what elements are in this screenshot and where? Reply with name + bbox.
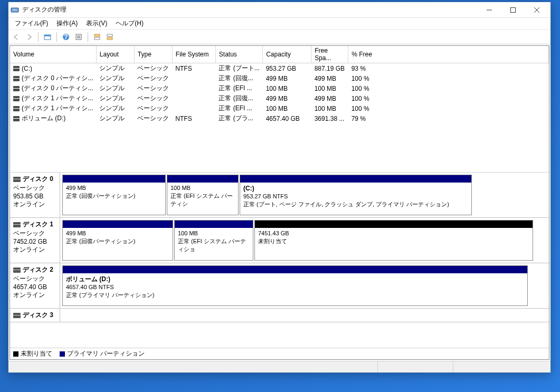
volume-table: Volume Layout Type File System Status Ca… <box>10 46 549 123</box>
settings-button[interactable] <box>73 31 84 43</box>
svg-rect-4 <box>510 7 515 12</box>
volume-icon <box>13 86 20 91</box>
col-capacity[interactable]: Capacity <box>263 46 311 63</box>
partitions: ボリューム (D:)4657.40 GB NTFS正常 (プライマリ パーティシ… <box>60 263 549 308</box>
volume-icon <box>13 116 20 121</box>
legend-primary: プライマリ パーティション <box>60 349 145 358</box>
svg-rect-1 <box>12 9 17 9</box>
svg-rect-0 <box>11 8 18 12</box>
volume-icon <box>13 96 20 101</box>
partition-body: 499 MB正常 (回復パーティション) <box>63 183 165 215</box>
disk-icon <box>13 222 21 227</box>
titlebar[interactable]: ディスクの管理 <box>8 2 550 18</box>
svg-rect-18 <box>107 37 112 40</box>
col-pctfree[interactable]: % Free <box>348 46 549 63</box>
partitions: 499 MB正常 (回復パーティション)100 MB正常 (EFI システム パ… <box>60 173 549 217</box>
volume-row[interactable]: (ディスク 1 パーティシ...シンプルベーシック正常 (EFI ...100 … <box>10 103 549 113</box>
legend: 未割り当て プライマリ パーティション <box>10 348 549 359</box>
primary-swatch <box>60 351 65 357</box>
volume-icon <box>13 76 20 81</box>
app-icon <box>11 6 19 14</box>
volume-list[interactable]: Volume Layout Type File System Status Ca… <box>10 46 549 173</box>
primary-bar <box>63 266 527 273</box>
partition[interactable]: 100 MB正常 (EFI システム パーティシ <box>167 175 239 215</box>
statusbar <box>8 361 550 372</box>
partitions: 499 MB正常 (回復パーティション)100 MB正常 (EFI システム パ… <box>60 218 549 263</box>
partition-body: (C:)953.27 GB NTFS正常 (ブート, ページ ファイル, クラッ… <box>240 183 471 215</box>
col-filesystem[interactable]: File System <box>172 46 215 63</box>
menu-view[interactable]: 表示(V) <box>82 18 111 29</box>
status-cell-1 <box>8 361 378 372</box>
content-area: Volume Layout Type File System Status Ca… <box>10 45 549 360</box>
partition-body: 100 MB正常 (EFI システム パーティショ <box>175 228 253 260</box>
status-cell-2 <box>379 361 453 372</box>
disk-row: ディスク 0ベーシック953.85 GBオンライン499 MB正常 (回復パーテ… <box>10 173 549 218</box>
primary-bar <box>63 221 173 228</box>
window-title: ディスクの管理 <box>22 5 477 14</box>
partition[interactable]: 499 MB正常 (回復パーティション) <box>62 175 166 215</box>
partition[interactable]: ボリューム (D:)4657.40 GB NTFS正常 (プライマリ パーティシ… <box>62 265 528 306</box>
disk-icon <box>13 177 21 182</box>
unallocated-swatch <box>13 351 18 357</box>
partition-body: 499 MB正常 (回復パーティション) <box>63 228 173 260</box>
disk-management-window: ディスクの管理 ファイル(F) 操作(A) 表示(V) ヘルプ(H) ? V <box>8 2 551 373</box>
close-button[interactable] <box>525 3 548 17</box>
view-bottom-button[interactable] <box>104 31 116 43</box>
volume-row[interactable]: (ディスク 1 パーティシ...シンプルベーシック正常 (回復...499 MB… <box>10 93 549 103</box>
disk-info[interactable]: ディスク 3 <box>10 309 60 322</box>
primary-bar <box>167 175 238 183</box>
partition[interactable]: 499 MB正常 (回復パーティション) <box>62 220 173 261</box>
svg-rect-16 <box>94 37 100 40</box>
volume-row[interactable]: (ディスク 0 パーティシ...シンプルベーシック正常 (回復...499 MB… <box>10 73 549 83</box>
primary-bar <box>175 221 253 228</box>
disk-icon <box>13 267 21 273</box>
back-button <box>11 31 22 43</box>
volume-icon <box>13 66 20 71</box>
disk-icon <box>13 313 21 318</box>
partition[interactable]: (C:)953.27 GB NTFS正常 (ブート, ページ ファイル, クラッ… <box>240 175 472 215</box>
volume-row[interactable]: (C:)シンプルベーシックNTFS正常 (ブート...953.27 GB887.… <box>10 63 549 74</box>
svg-rect-17 <box>107 34 112 36</box>
partition-body: 100 MB正常 (EFI システム パーティシ <box>167 183 238 215</box>
disk-row: ディスク 1ベーシック7452.02 GBオンライン499 MB正常 (回復パー… <box>10 218 549 263</box>
volume-icon <box>13 106 20 111</box>
disk-row: ディスク 2ベーシック4657.40 GBオンラインボリューム (D:)4657… <box>10 263 549 309</box>
primary-bar <box>63 175 165 183</box>
toolbar: ? <box>8 30 550 44</box>
col-type[interactable]: Type <box>134 46 172 63</box>
help-button[interactable]: ? <box>60 31 72 43</box>
forward-button <box>23 31 35 43</box>
col-layout[interactable]: Layout <box>96 46 134 63</box>
menu-action[interactable]: 操作(A) <box>52 18 82 29</box>
volume-row[interactable]: ボリューム (D:)シンプルベーシックNTFS正常 (プラ...4657.40 … <box>10 113 549 123</box>
partition-body: 7451.43 GB未割り当て <box>255 228 533 260</box>
partition-body: ボリューム (D:)4657.40 GB NTFS正常 (プライマリ パーティシ… <box>63 273 527 305</box>
refresh-button[interactable] <box>42 31 53 43</box>
partitions <box>60 309 549 322</box>
partition[interactable]: 100 MB正常 (EFI システム パーティショ <box>174 220 253 261</box>
svg-rect-2 <box>12 11 17 11</box>
svg-rect-8 <box>44 35 51 36</box>
partition[interactable]: 7451.43 GB未割り当て <box>254 220 533 261</box>
col-freespace[interactable]: Free Spa... <box>311 46 348 63</box>
toolbar-separator <box>56 32 57 42</box>
disk-graphical-view[interactable]: ディスク 0ベーシック953.85 GBオンライン499 MB正常 (回復パーテ… <box>10 173 549 348</box>
minimize-button[interactable] <box>477 3 501 17</box>
disk-info[interactable]: ディスク 0ベーシック953.85 GBオンライン <box>10 173 60 217</box>
disk-info[interactable]: ディスク 1ベーシック7452.02 GBオンライン <box>10 218 60 263</box>
col-status[interactable]: Status <box>215 46 262 63</box>
volume-row[interactable]: (ディスク 0 パーティシ...シンプルベーシック正常 (EFI ...100 … <box>10 83 549 93</box>
disk-info[interactable]: ディスク 2ベーシック4657.40 GBオンライン <box>10 263 60 308</box>
col-volume[interactable]: Volume <box>10 46 96 63</box>
menu-help[interactable]: ヘルプ(H) <box>111 18 148 29</box>
svg-text:?: ? <box>64 33 68 41</box>
view-top-button[interactable] <box>91 31 103 43</box>
toolbar-separator <box>88 32 88 42</box>
maximize-button[interactable] <box>501 3 525 17</box>
svg-rect-15 <box>94 34 100 36</box>
toolbar-separator <box>38 32 39 42</box>
menu-file[interactable]: ファイル(F) <box>11 18 52 29</box>
primary-bar <box>240 175 471 183</box>
unallocated-bar <box>255 221 533 228</box>
window-controls <box>477 3 548 17</box>
